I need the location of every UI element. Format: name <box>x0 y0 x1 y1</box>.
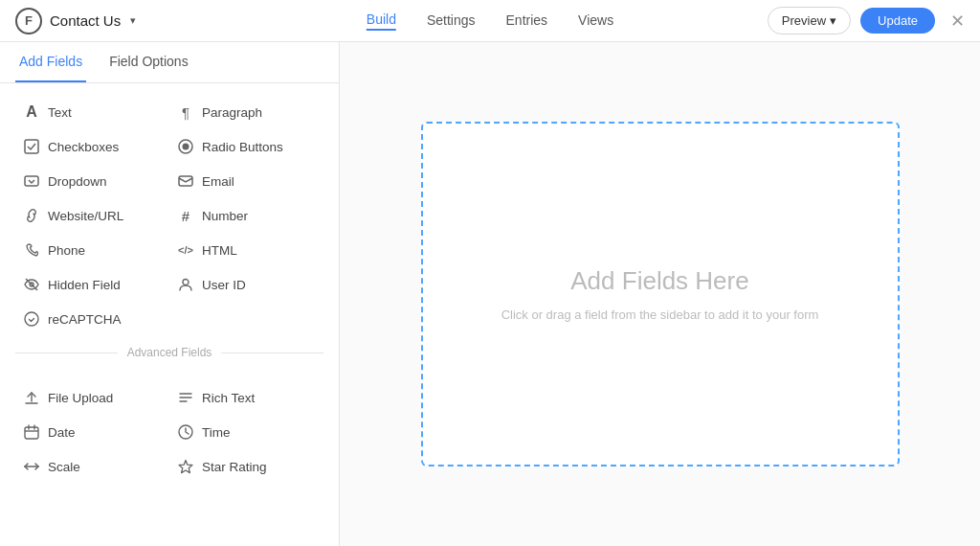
nav-settings[interactable]: Settings <box>427 12 476 30</box>
field-hidden-label: Hidden Field <box>48 278 121 292</box>
scale-icon <box>23 458 40 475</box>
field-dropdown[interactable]: Dropdown <box>15 164 169 198</box>
main-layout: Add Fields Field Options A Text ¶ Paragr… <box>0 42 980 546</box>
field-html-label: HTML <box>202 243 237 258</box>
field-checkboxes[interactable]: Checkboxes <box>15 129 169 164</box>
url-icon <box>23 207 40 224</box>
dropdown-icon <box>23 172 40 190</box>
nav-views[interactable]: Views <box>578 12 613 30</box>
star-rating-icon <box>177 458 194 475</box>
svg-marker-23 <box>179 461 192 473</box>
field-url-label: Website/URL <box>48 209 123 223</box>
preview-button[interactable]: Preview ▾ <box>768 7 851 34</box>
advanced-section-divider: Advanced Fields <box>0 336 339 369</box>
paragraph-icon: ¶ <box>177 103 194 121</box>
field-number-label: Number <box>202 209 248 223</box>
field-text-label: Text <box>48 105 72 120</box>
phone-icon <box>23 241 40 259</box>
svg-point-7 <box>183 280 189 285</box>
field-checkboxes-label: Checkboxes <box>48 140 119 154</box>
field-phone[interactable]: Phone <box>15 233 169 267</box>
svg-rect-13 <box>25 427 38 439</box>
field-star-rating[interactable]: Star Rating <box>169 449 323 484</box>
form-title: Contact Us <box>50 12 121 29</box>
userid-icon <box>177 276 194 293</box>
text-icon: A <box>23 103 40 121</box>
hidden-icon <box>23 276 40 293</box>
field-file-upload[interactable]: File Upload <box>15 380 169 415</box>
field-scale-label: Scale <box>48 460 80 474</box>
field-scale[interactable]: Scale <box>15 449 169 484</box>
svg-point-2 <box>183 144 189 150</box>
time-icon <box>177 423 194 441</box>
advanced-section-label: Advanced Fields <box>127 346 212 359</box>
field-hidden[interactable]: Hidden Field <box>15 267 169 302</box>
svg-rect-4 <box>179 176 192 186</box>
tab-add-fields[interactable]: Add Fields <box>15 42 86 82</box>
advanced-fields-grid: File Upload Rich Text Date <box>0 369 339 484</box>
drop-zone-subtitle: Click or drag a field from the sidebar t… <box>501 307 819 322</box>
basic-fields-grid: A Text ¶ Paragraph Checkboxes Radio But <box>0 83 339 336</box>
app-icon: F <box>15 8 42 34</box>
html-icon: </> <box>177 241 194 259</box>
field-date[interactable]: Date <box>15 415 169 449</box>
field-time[interactable]: Time <box>169 415 323 449</box>
field-text[interactable]: A Text <box>15 95 169 129</box>
checkbox-icon <box>23 138 40 155</box>
radio-icon <box>177 138 194 155</box>
field-file-upload-label: File Upload <box>48 391 113 405</box>
field-rich-text-label: Rich Text <box>202 391 255 405</box>
field-userid[interactable]: User ID <box>169 267 323 302</box>
email-icon <box>177 172 194 190</box>
preview-chevron-icon: ▾ <box>830 13 836 28</box>
tab-field-options[interactable]: Field Options <box>105 42 191 82</box>
field-radio[interactable]: Radio Buttons <box>169 129 323 164</box>
field-date-label: Date <box>48 425 76 440</box>
form-canvas: Add Fields Here Click or drag a field fr… <box>340 42 980 546</box>
svg-rect-0 <box>25 140 38 153</box>
sidebar-tabs: Add Fields Field Options <box>0 42 339 83</box>
rich-text-icon <box>177 389 194 406</box>
topbar-right: Preview ▾ Update ✕ <box>768 7 965 34</box>
field-rich-text[interactable]: Rich Text <box>169 380 323 415</box>
nav-entries[interactable]: Entries <box>506 12 548 30</box>
field-email-label: Email <box>202 174 234 189</box>
field-recaptcha[interactable]: reCAPTCHA <box>15 302 169 336</box>
field-star-rating-label: Star Rating <box>202 460 267 474</box>
svg-rect-3 <box>25 176 38 186</box>
field-dropdown-label: Dropdown <box>48 174 107 189</box>
sidebar: Add Fields Field Options A Text ¶ Paragr… <box>0 42 340 546</box>
topbar-left: F Contact Us ▾ <box>15 8 136 34</box>
topbar: F Contact Us ▾ Build Settings Entries Vi… <box>0 0 980 42</box>
form-title-chevron-icon[interactable]: ▾ <box>130 14 136 27</box>
field-paragraph[interactable]: ¶ Paragraph <box>169 95 323 129</box>
field-html[interactable]: </> HTML <box>169 233 323 267</box>
recaptcha-icon <box>23 310 40 328</box>
update-button[interactable]: Update <box>860 8 935 34</box>
file-upload-icon <box>23 389 40 406</box>
field-email[interactable]: Email <box>169 164 323 198</box>
close-button[interactable]: ✕ <box>950 11 965 32</box>
field-time-label: Time <box>202 425 231 440</box>
number-icon: # <box>177 207 194 224</box>
field-url[interactable]: Website/URL <box>15 198 169 233</box>
field-userid-label: User ID <box>202 278 246 292</box>
field-phone-label: Phone <box>48 243 85 258</box>
field-recaptcha-label: reCAPTCHA <box>48 312 122 327</box>
field-number[interactable]: # Number <box>169 198 323 233</box>
drop-zone-title: Add Fields Here <box>570 266 748 296</box>
topbar-nav: Build Settings Entries Views <box>367 11 613 31</box>
field-paragraph-label: Paragraph <box>202 105 262 120</box>
nav-build[interactable]: Build <box>367 11 396 31</box>
field-radio-label: Radio Buttons <box>202 140 283 154</box>
drop-zone[interactable]: Add Fields Here Click or drag a field fr… <box>421 122 900 466</box>
date-icon <box>23 423 40 441</box>
